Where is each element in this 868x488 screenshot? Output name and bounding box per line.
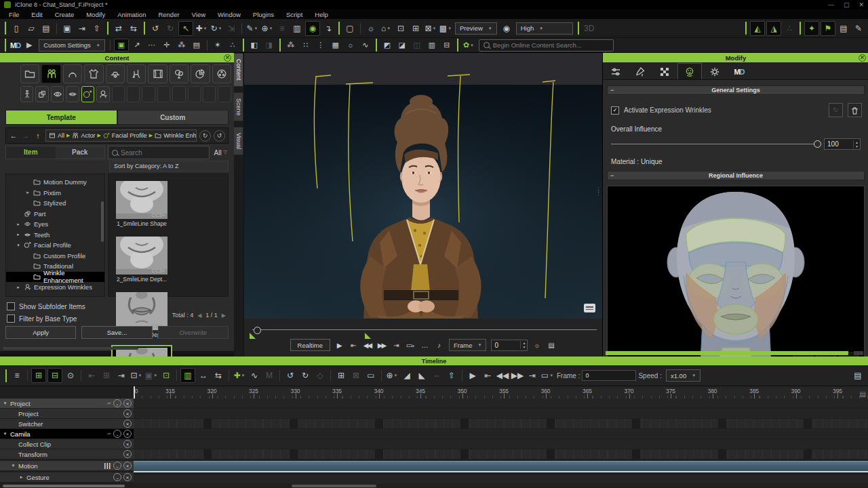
modify-tab-physics[interactable] [703, 64, 726, 79]
loop-range-button[interactable]: ▭▼ [404, 342, 416, 349]
chart-c-icon[interactable]: ◫ [410, 39, 424, 51]
sub-skin-icon[interactable] [35, 86, 48, 102]
filter-dropdown[interactable]: All ▽ [212, 146, 229, 159]
cat-terrain-icon[interactable] [170, 64, 189, 83]
tree-item-stylized[interactable]: Stylized [6, 198, 104, 209]
regional-influence-header[interactable]: − Regional Influence [607, 171, 865, 180]
dock-tab-visual[interactable]: Visual [234, 127, 243, 155]
add-track-icon[interactable]: ⊞ [31, 368, 46, 383]
breadcrumb-facial-profile[interactable]: Facial Profile [103, 132, 147, 139]
pose-pin-icon[interactable]: ✛ [160, 39, 174, 51]
collapse-icon[interactable]: − [610, 172, 614, 179]
sub-body-part-icon[interactable] [20, 86, 33, 102]
go-end-button[interactable]: ⇥ [390, 342, 401, 349]
menu-file[interactable]: File [3, 11, 25, 18]
loop-a-icon[interactable]: ↺ [283, 369, 297, 382]
include-object-icon[interactable]: ⊞ [100, 369, 113, 382]
checkbox-icon[interactable] [7, 302, 15, 310]
refresh-icon[interactable]: ↻ [199, 130, 211, 142]
modify-tab-edit[interactable] [629, 64, 652, 79]
stretch-clip-icon[interactable]: ↔ [197, 369, 210, 382]
menu-window[interactable]: Window [212, 11, 247, 18]
menu-script[interactable]: Script [280, 11, 309, 18]
track-frame-icon[interactable]: ▭ [364, 369, 378, 382]
tree-item-pixtim[interactable]: ▸Pixtim [6, 188, 104, 199]
tl-end-icon[interactable]: ⇥ [526, 369, 539, 382]
cat-accessory-icon[interactable] [106, 64, 125, 83]
save-button[interactable]: Save... [81, 326, 152, 339]
dock-layout-icon[interactable]: ▥ [290, 22, 304, 35]
gizmo-edit-icon[interactable]: ✎▼ [245, 22, 259, 35]
render-settings-icon[interactable]: ☼ [530, 342, 542, 349]
timeline-frame-input[interactable] [582, 370, 636, 381]
minimize-button[interactable]: — [828, 1, 834, 8]
content-close-icon[interactable]: ✕ [224, 54, 231, 62]
collapse-circle-icon[interactable]: ⌄ [113, 462, 121, 470]
track-lane-switcher[interactable] [134, 419, 868, 428]
remove-track-icon[interactable]: ✕ [123, 430, 132, 438]
cat-hair-icon[interactable] [63, 64, 82, 83]
tab-custom[interactable]: Custom [117, 110, 229, 125]
camera-record-icon[interactable]: ◉ [500, 22, 513, 35]
custom-settings-dropdown[interactable]: Custom Settings▼ [39, 39, 105, 52]
cat-primitive-icon[interactable] [191, 64, 210, 83]
trash-icon[interactable] [848, 103, 862, 117]
cc-transfer-icon[interactable]: ⇄ [112, 22, 125, 35]
content-store-leaf-icon[interactable]: ✿▼ [462, 39, 475, 51]
remove-track-icon[interactable]: ✕ [123, 409, 132, 418]
export-usb-icon[interactable]: ⇧ [90, 22, 104, 35]
modify-close-icon[interactable]: ✕ [859, 54, 866, 62]
next-object-icon[interactable]: ⇥ [115, 369, 128, 382]
track-lane-gesture[interactable] [134, 474, 868, 484]
motion-director-logo[interactable]: MD [10, 41, 20, 49]
chart-a-icon[interactable]: ◩ [380, 39, 394, 51]
loop-clip-icon[interactable]: ⇆ [212, 369, 225, 382]
move-tool-icon[interactable]: ✚▼ [195, 22, 208, 35]
content-item-2-smileline-dept-[interactable]: CC3+2_SmileLine Dept... [111, 234, 172, 285]
chart-b-icon[interactable]: ◪ [395, 39, 409, 51]
nav-up-icon[interactable]: ↑ [33, 131, 43, 140]
stereo-3d-icon[interactable]: 3D [583, 22, 596, 35]
copy-clip-icon[interactable]: ▣▼ [144, 369, 158, 382]
remove-track-icon[interactable]: ✕ [123, 450, 132, 458]
menu-edit[interactable]: Edit [25, 11, 48, 18]
cat-actor-icon[interactable] [41, 64, 60, 83]
display-options-icon[interactable]: ▤ [545, 342, 556, 349]
render-media-icon[interactable]: ▣ [60, 22, 74, 35]
track-lane-project[interactable] [134, 409, 868, 418]
viewport-label-icon[interactable] [584, 304, 595, 312]
tree-item-eyes[interactable]: ▸Eyes [6, 219, 104, 230]
collect-template-icon[interactable]: ▤ [837, 22, 850, 35]
speed-dropdown[interactable]: x1.00▼ [666, 369, 701, 382]
sub-teeth-icon[interactable] [66, 86, 79, 102]
track-name-switcher[interactable]: Switcher✕ [0, 419, 134, 428]
quality-dropdown[interactable]: High▼ [516, 22, 573, 35]
breadcrumb-wrinkle-enhancement[interactable]: Wrinkle Enhancement [155, 132, 197, 139]
add-key-icon[interactable]: ✚▼ [233, 369, 246, 382]
collapse-circle-icon[interactable]: ⌄ [113, 473, 121, 481]
mirror-key-icon[interactable]: M [262, 369, 276, 382]
import-stage-icon[interactable]: ↴ [321, 22, 335, 35]
reach-target-icon[interactable]: ↗ [130, 39, 144, 51]
select-tool-icon[interactable]: ↖ [178, 21, 193, 36]
frame-value-spinner[interactable]: 0▲▼ [491, 340, 528, 351]
cat-texture-icon[interactable] [212, 64, 231, 83]
play-button[interactable]: ▶ [333, 342, 344, 349]
key-lock-icon[interactable]: ◇ [313, 369, 327, 382]
fast-back-button[interactable]: ◀◀ [361, 342, 373, 349]
zoom-timeline-icon[interactable]: ⊕▼ [385, 369, 399, 382]
menu-view[interactable]: View [186, 11, 212, 18]
grid-icon[interactable]: ▦ [329, 39, 342, 51]
tl-range-icon[interactable]: ▭▼ [540, 369, 554, 382]
track-name-project[interactable]: Project✕ [0, 409, 134, 418]
collapse-circle-icon[interactable]: ⌄ [113, 399, 121, 407]
frame-all-icon[interactable]: ⊠▼ [424, 22, 437, 35]
undo-icon[interactable]: ↺ [149, 22, 162, 35]
tree-item-wrinkle-enhancement[interactable]: Wrinkle Enhancement [6, 272, 104, 283]
content-scrollbar[interactable] [3, 347, 138, 350]
caption-button[interactable]: … [418, 342, 430, 349]
track-name-gesture[interactable]: ▸Gesture⌄✕ [0, 472, 134, 482]
tl-fast-back-icon[interactable]: ◀◀ [496, 369, 509, 382]
panel-split-icon[interactable]: ▥ [425, 39, 439, 51]
fit-right-icon[interactable]: ◣ [415, 369, 429, 382]
